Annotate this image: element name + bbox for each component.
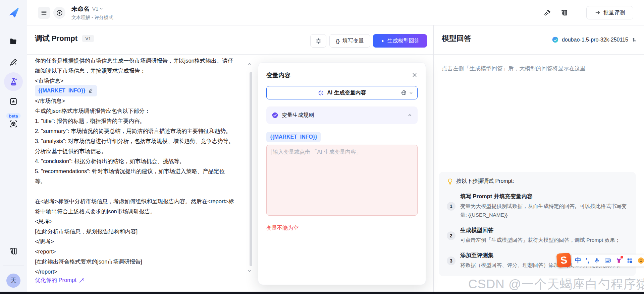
ime-keyboard-icon[interactable] <box>604 257 611 264</box>
hamburger-menu-button[interactable] <box>38 7 50 19</box>
optimize-wand-icon <box>79 278 85 283</box>
scroll-up-caret-icon[interactable] <box>247 62 252 68</box>
prompt-line: <report> <box>35 246 254 256</box>
doubao-model-icon <box>552 36 559 43</box>
check-circle-icon <box>272 112 278 119</box>
prompt-line: </市场信息> <box>35 96 254 106</box>
sidebar-item-model-cube-icon[interactable] <box>9 120 18 128</box>
sidebar-item-evaluation-star-icon[interactable] <box>9 97 18 106</box>
ime-punctuation-icon[interactable]: ’, <box>586 257 589 264</box>
panel-divider <box>434 54 644 55</box>
prompt-line: 生成的json格式市场调研报告应包含以下部分： <box>35 106 254 116</box>
ime-toolbox-grid-icon[interactable] <box>627 258 633 264</box>
variable-rules-collapse[interactable]: 变量生成规则 <box>266 106 418 124</box>
batch-eval-button[interactable]: 批量评测 <box>586 6 633 19</box>
prompt-line: [在此输出符合格式要求的json市场调研报告] <box>35 256 254 267</box>
sidebar-library-books-icon[interactable] <box>9 247 18 255</box>
globe-icon <box>401 90 407 96</box>
input-method-toolbar: S 中 ’, <box>557 253 644 267</box>
response-panel-title: 模型回答 <box>442 33 471 44</box>
prompt-line: [在此分析市场信息，规划报告结构和内容] <box>35 226 254 236</box>
ime-chinese-mode-icon[interactable]: 中 <box>575 256 581 265</box>
session-subtitle: 文本理解 - 评分模式 <box>71 15 113 21</box>
prompt-line: 2. "summary": 市场情况的简要总结，用简洁的语言描述市场的主要特征和… <box>35 126 254 136</box>
chevron-down-icon <box>409 91 413 95</box>
modal-title: 变量内容 <box>266 71 290 79</box>
sidebar-item-prompt-wand-icon[interactable] <box>9 58 18 67</box>
prompt-line: </report> <box>35 267 254 277</box>
lightbulb-icon <box>447 178 453 185</box>
braces-icon: {} <box>336 38 340 44</box>
app-logo[interactable] <box>6 5 20 19</box>
chevron-up-icon <box>408 113 412 118</box>
variable-content-modal: 变量内容 AI 生成变量内容 变量生成规则 {{MARKET_INFO}} 输入… <box>258 62 426 285</box>
scroll-down-caret-icon[interactable] <box>247 269 252 275</box>
prompt-line: 3. "analysis": 对市场信息进行详细分析，包括市场规模、增长趋势、竞… <box>35 136 254 146</box>
tools-wrench-icon[interactable] <box>542 7 553 18</box>
step-item: 2 生成模型回答 可点击左侧「生成模型回答」获得大模型的回答，调试 Prompt… <box>447 227 628 244</box>
ai-generate-variables-button[interactable]: AI 生成变量内容 <box>266 86 418 99</box>
step-number: 1 <box>447 202 455 211</box>
prompt-line: 1. "title": 报告的标题，概括报告的主要内容。 <box>35 116 254 126</box>
user-avatar[interactable]: 天 <box>6 274 20 288</box>
prompt-line: </思考> <box>35 236 254 246</box>
prompt-editor[interactable]: 你的任务是根据提供的市场信息生成一份市场调研报告，并以json格式输出。请仔细阅… <box>35 56 254 277</box>
ime-mic-icon[interactable] <box>594 258 600 264</box>
steps-title: 按以下步骤调试 Prompt: <box>456 178 514 185</box>
step-number: 2 <box>447 231 455 240</box>
sidebar-divider <box>3 266 24 266</box>
new-session-plus-button[interactable] <box>53 7 65 19</box>
prompt-line: <市场信息> <box>35 76 254 86</box>
screen-bottom-edge <box>0 292 644 294</box>
notification-dot <box>621 256 623 259</box>
version-selector[interactable]: V1 <box>92 6 103 12</box>
step-item: 1 填写 Prompt 并填充变量内容 变量为大模型提供测试数据，从而生成特定的… <box>447 193 628 219</box>
sogou-logo-icon[interactable]: S <box>556 253 572 268</box>
docs-books-icon[interactable] <box>559 7 570 18</box>
panel-divider <box>27 54 433 55</box>
fill-variables-button[interactable]: {} 填写变量 <box>329 34 370 48</box>
arrow-right-icon <box>595 10 601 16</box>
optimize-prompt-link[interactable]: 优化你的 Prompt <box>35 277 85 284</box>
prompt-line: 细阅读以下市场信息，并按照要求完成报告： <box>35 66 254 76</box>
response-hint-text: 点击左侧「生成模型回答」后，大模型的回答将显示在这里 <box>442 65 586 72</box>
text-cursor <box>271 149 271 155</box>
step-number: 3 <box>447 256 455 265</box>
prompt-scrollbar-thumb[interactable] <box>250 72 252 266</box>
topbar-divider <box>575 6 575 19</box>
ime-strip: 中 ’, <box>572 254 644 267</box>
step-description: 变量为大模型提供测试数据，从而生成特定的回答。可以按此格式书写变量: {{USE… <box>460 202 628 219</box>
step-title: 生成模型回答 <box>460 227 628 234</box>
variable-tag[interactable]: {{MARKET_INFO}} <box>35 85 97 96</box>
variable-input-textarea[interactable]: 输入变量或点击 「AI 生成变量内容」 <box>266 145 418 216</box>
sparkle-icon <box>318 90 324 96</box>
prompt-line: 在<思考>标签中分析市场信息，考虑如何组织和呈现报告内容。然后在<report>… <box>35 196 254 206</box>
topbar: 未命名 V1 文本理解 - 评分模式 批量评测 <box>27 0 644 25</box>
prompt-line: <思考> <box>35 216 254 226</box>
session-title: 未命名 <box>71 5 90 13</box>
play-icon <box>381 39 385 43</box>
model-selector[interactable]: doubao-1.5-pro-32k-250115 <box>552 36 637 43</box>
ime-extra-icon[interactable] <box>637 257 644 264</box>
variable-error-text: 变量不能为空 <box>266 225 299 232</box>
generate-response-button[interactable]: 生成模型回答 <box>373 34 427 48</box>
ime-skin-icon[interactable] <box>615 257 622 264</box>
version-badge: V1 <box>82 35 94 42</box>
sidebar: beta 天 <box>0 0 27 294</box>
prompt-line: 4. "conclusion": 根据分析得出的结论，如市场机会、挑战等。 <box>35 156 254 166</box>
prompt-line: 你的任务是根据提供的市场信息生成一份市场调研报告，并以json格式输出。请仔 <box>35 56 254 66</box>
textarea-placeholder: 输入变量或点击 「AI 生成变量内容」 <box>273 149 361 155</box>
sparkle-icon <box>315 38 322 44</box>
csdn-watermark: CSDN @一个天蝎座白勺程序猿 <box>468 276 644 293</box>
prompt-line <box>35 186 254 196</box>
beta-badge: beta <box>6 113 21 119</box>
model-settings-icon <box>631 37 637 43</box>
ai-sparkle-button[interactable] <box>310 34 326 48</box>
step-title: 填写 Prompt 并填充变量内容 <box>460 193 628 200</box>
sidebar-item-experiment-active[interactable] <box>4 72 23 91</box>
app-screen: beta 天 未命名 V1 文本理解 - 评分模式 <box>0 0 644 294</box>
close-icon[interactable] <box>410 71 419 79</box>
sidebar-item-projects-folder-icon[interactable] <box>9 37 18 46</box>
variable-tag[interactable]: {{MARKET_INFO}} <box>266 132 321 142</box>
prompt-line: 5. "recommendations": 针对市场情况提出的建议，如市场进入策… <box>35 166 254 176</box>
